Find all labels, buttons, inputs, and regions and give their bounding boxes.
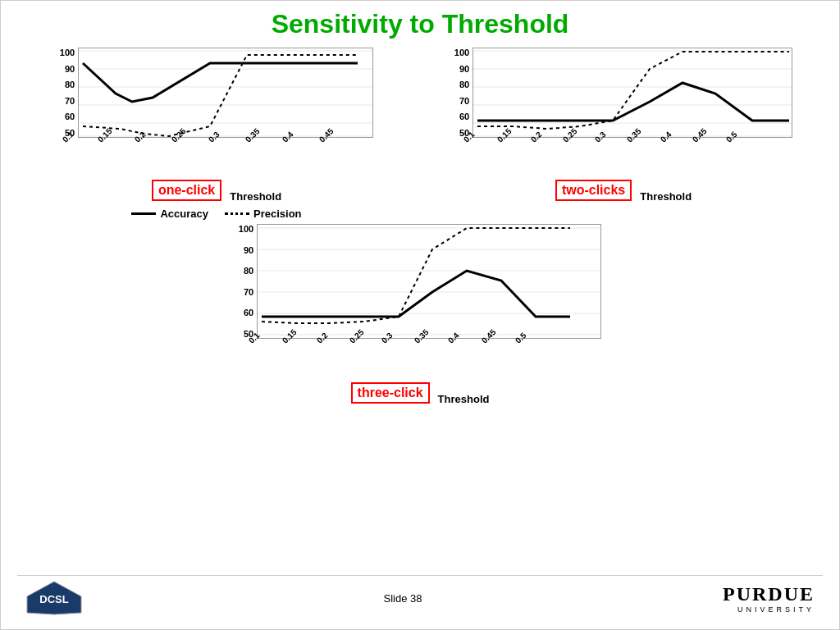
y-axis-three-click: 100 90 80 70 60 50 bbox=[239, 224, 257, 339]
top-row: 100 90 80 70 60 50 bbox=[17, 48, 823, 220]
legend-accuracy: Accuracy bbox=[131, 208, 208, 220]
legend-precision: Precision bbox=[225, 208, 302, 220]
purdue-name: PURDUE bbox=[723, 583, 815, 605]
three-click-axis-title: Threshold bbox=[438, 393, 490, 405]
three-click-label: three-click bbox=[351, 382, 430, 404]
x-labels-one-click: 0.1 0.15 0.2 0.25 0.3 0.35 0.4 0.45 bbox=[57, 138, 401, 171]
one-click-axis-title: Threshold bbox=[230, 190, 281, 203]
chart-one-click-wrapper: 100 90 80 70 60 50 bbox=[60, 48, 373, 138]
chart-three-click: 100 90 80 70 60 50 bbox=[218, 224, 622, 405]
y-axis-one-click: 100 90 80 70 60 50 bbox=[60, 48, 78, 138]
dcsl-logo: DCSL bbox=[25, 580, 83, 617]
x-labels-two-clicks: 0.1 0.15 0.2 0.25 0.3 0.35 0.4 0.45 0.5 bbox=[459, 138, 812, 171]
footer: DCSL Slide 38 PURDUE UNIVERSITY bbox=[17, 575, 823, 621]
chart-three-click-wrapper: 100 90 80 70 60 50 bbox=[239, 224, 601, 339]
below-three-click: three-click Threshold bbox=[351, 377, 490, 405]
svg-three-click bbox=[257, 224, 601, 339]
chart-one-click: 100 90 80 70 60 50 bbox=[17, 48, 416, 220]
precision-line-icon bbox=[225, 212, 249, 215]
two-clicks-label: two-clicks bbox=[555, 180, 632, 201]
purdue-sub: UNIVERSITY bbox=[723, 605, 815, 614]
two-clicks-axis-title: Threshold bbox=[640, 190, 692, 203]
legend: Accuracy Precision bbox=[131, 208, 301, 220]
bottom-row: 100 90 80 70 60 50 bbox=[17, 224, 823, 405]
charts-area: 100 90 80 70 60 50 bbox=[17, 48, 823, 575]
slide-number: Slide 38 bbox=[384, 592, 422, 605]
below-two-clicks: two-clicks Threshold bbox=[555, 174, 692, 203]
x-labels-three-click: 0.1 0.15 0.2 0.25 0.3 0.35 0.4 0.45 0.5 bbox=[244, 339, 622, 373]
svg-two-clicks bbox=[472, 48, 792, 138]
precision-label: Precision bbox=[253, 208, 302, 220]
below-one-click: one-click Threshold bbox=[152, 174, 281, 203]
purdue-logo: PURDUE UNIVERSITY bbox=[723, 583, 815, 614]
chart-two-clicks-wrapper: 100 90 80 70 60 50 bbox=[454, 48, 792, 138]
chart-two-clicks: 100 90 80 70 60 50 bbox=[424, 48, 823, 220]
y-axis-two-clicks: 100 90 80 70 60 50 bbox=[454, 48, 472, 138]
accuracy-line-icon bbox=[131, 212, 156, 215]
accuracy-label: Accuracy bbox=[160, 208, 208, 220]
svg-one-click bbox=[78, 48, 373, 138]
svg-text:DCSL: DCSL bbox=[39, 593, 68, 605]
page-title: Sensitivity to Threshold bbox=[272, 9, 569, 39]
one-click-label: one-click bbox=[152, 180, 221, 201]
slide: Sensitivity to Threshold 100 90 80 70 60… bbox=[0, 0, 840, 630]
